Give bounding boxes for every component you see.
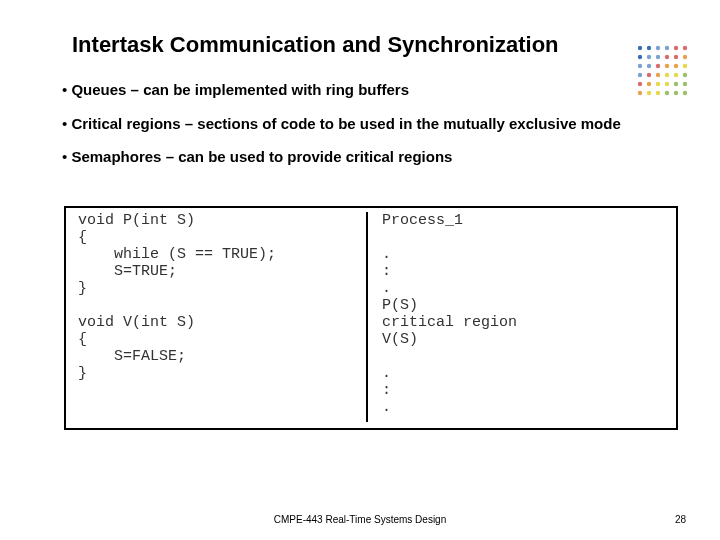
svg-point-11 (683, 55, 687, 59)
svg-point-27 (665, 82, 669, 86)
svg-point-15 (665, 64, 669, 68)
svg-point-4 (674, 46, 678, 50)
svg-point-12 (638, 64, 642, 68)
slide-title: Intertask Communication and Synchronizat… (72, 32, 559, 58)
bullet-item: • Critical regions – sections of code to… (62, 114, 622, 134)
svg-point-0 (638, 46, 642, 50)
svg-point-2 (656, 46, 660, 50)
bullet-prefix: • (62, 115, 71, 132)
svg-point-19 (647, 73, 651, 77)
svg-point-14 (656, 64, 660, 68)
bullet-prefix: • (62, 81, 71, 98)
svg-point-18 (638, 73, 642, 77)
code-block-right: Process_1 . : . P(S) critical region V(S… (366, 212, 517, 422)
svg-point-21 (665, 73, 669, 77)
svg-point-28 (674, 82, 678, 86)
bullet-prefix: • (62, 148, 71, 165)
svg-point-13 (647, 64, 651, 68)
svg-point-9 (665, 55, 669, 59)
svg-point-17 (683, 64, 687, 68)
code-block-left: void P(int S) { while (S == TRUE); S=TRU… (78, 212, 276, 382)
bullet-lead: Critical regions (71, 115, 180, 132)
svg-point-25 (647, 82, 651, 86)
svg-point-31 (647, 91, 651, 95)
bullet-list: • Queues – can be implemented with ring … (62, 80, 622, 181)
svg-point-22 (674, 73, 678, 77)
bullet-lead: Queues (71, 81, 126, 98)
svg-point-32 (656, 91, 660, 95)
svg-point-23 (683, 73, 687, 77)
svg-point-8 (656, 55, 660, 59)
svg-point-30 (638, 91, 642, 95)
svg-point-20 (656, 73, 660, 77)
svg-point-6 (638, 55, 642, 59)
svg-point-26 (656, 82, 660, 86)
svg-point-1 (647, 46, 651, 50)
svg-point-16 (674, 64, 678, 68)
svg-point-33 (665, 91, 669, 95)
svg-point-24 (638, 82, 642, 86)
svg-point-7 (647, 55, 651, 59)
svg-point-34 (674, 91, 678, 95)
bullet-rest: – can be used to provide critical region… (161, 148, 452, 165)
bullet-rest: – can be implemented with ring buffers (126, 81, 409, 98)
svg-point-10 (674, 55, 678, 59)
svg-point-35 (683, 91, 687, 95)
bullet-lead: Semaphores (71, 148, 161, 165)
svg-point-3 (665, 46, 669, 50)
bullet-item: • Queues – can be implemented with ring … (62, 80, 622, 100)
bullet-rest: – sections of code to be used in the mut… (181, 115, 621, 132)
slide: Intertask Communication and Synchronizat… (0, 0, 720, 540)
svg-point-29 (683, 82, 687, 86)
logo-dots-icon (634, 42, 690, 102)
footer-course: CMPE-443 Real-Time Systems Design (0, 514, 720, 525)
footer-page-number: 28 (675, 514, 686, 525)
code-figure: void P(int S) { while (S == TRUE); S=TRU… (64, 206, 678, 430)
svg-point-5 (683, 46, 687, 50)
bullet-item: • Semaphores – can be used to provide cr… (62, 147, 622, 167)
